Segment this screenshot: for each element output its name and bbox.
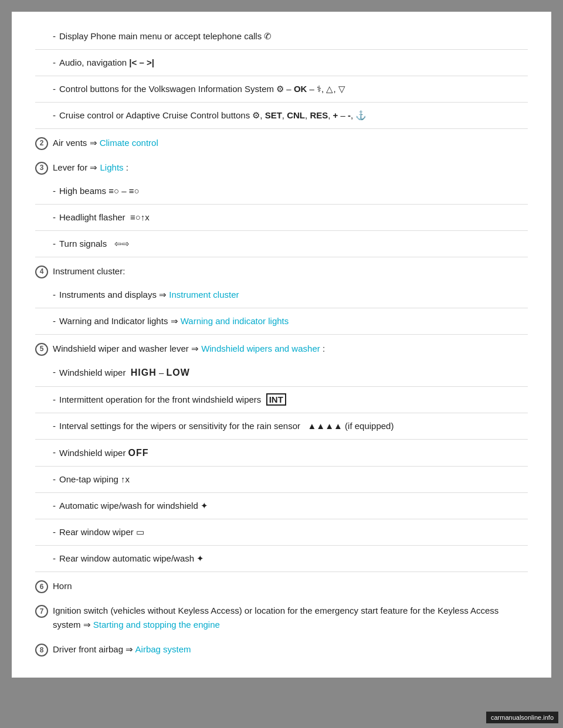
list-item: - One-tap wiping ↑x	[35, 467, 528, 493]
item-text: Windshield wiper OFF	[59, 445, 149, 461]
item-text: Audio, navigation |< – >|	[59, 56, 154, 70]
section-number: 4	[35, 266, 48, 278]
list-item: - Rear window wiper ▭	[35, 519, 528, 546]
item-text: Intermittent operation for the front win…	[59, 393, 286, 407]
section-ignition: 7 Ignition switch (vehicles without Keyl…	[35, 597, 528, 635]
list-item: - High beams ≡○ – ≡○	[35, 178, 528, 205]
list-item: - Intermittent operation for the front w…	[35, 387, 528, 413]
dash-symbol: -	[53, 29, 56, 43]
list-item: - Headlight flasher ≡○↑x	[35, 205, 528, 231]
watermark: carmanualsonline.info	[486, 712, 558, 723]
section-number: 2	[35, 137, 48, 150]
item-text: Rear window automatic wipe/wash ✦	[59, 552, 204, 566]
airbag-link[interactable]: Airbag system	[135, 644, 191, 654]
dash-symbol: -	[53, 472, 56, 487]
item-text: Cruise control or Adaptive Cruise Contro…	[59, 108, 367, 123]
item-text: Display Phone main menu or accept teleph…	[59, 29, 272, 43]
instrument-cluster-link[interactable]: Instrument cluster	[169, 290, 239, 300]
item-text: Interval settings for the wipers or sens…	[59, 419, 394, 433]
list-item: - Control buttons for the Volkswagen Inf…	[35, 76, 528, 103]
dash-symbol: -	[53, 108, 56, 123]
section-text: Driver front airbag ⇒ Airbag system	[53, 642, 191, 656]
section-airbag: 8 Driver front airbag ⇒ Airbag system	[35, 635, 528, 660]
item-text: One-tap wiping ↑x	[59, 472, 130, 487]
dash-symbol: -	[53, 210, 56, 224]
section-wipers: 5 Windshield wiper and washer lever ⇒ Wi…	[35, 335, 528, 359]
main-page: - Display Phone main menu or accept tele…	[12, 12, 551, 678]
list-item: - Automatic wipe/wash for windshield ✦	[35, 493, 528, 519]
list-item: - Audio, navigation |< – >|	[35, 50, 528, 76]
section-number: 8	[35, 644, 48, 656]
item-text: High beams ≡○ – ≡○	[59, 184, 140, 198]
section-text: Windshield wiper and washer lever ⇒ Wind…	[53, 342, 325, 356]
list-item: - Windshield wiper OFF	[35, 440, 528, 467]
dash-symbol: -	[53, 56, 56, 70]
dash-symbol: -	[53, 525, 56, 539]
list-item: - Warning and Indicator lights ⇒ Warning…	[35, 308, 528, 335]
section-instrument: 4 Instrument cluster:	[35, 257, 528, 282]
list-item: - Turn signals ⇦⇨	[35, 231, 528, 257]
wipers-link[interactable]: Windshield wipers and washer	[201, 343, 320, 353]
section-text: Air vents ⇒ Climate control	[53, 136, 158, 150]
list-item: - Cruise control or Adaptive Cruise Cont…	[35, 103, 528, 129]
item-text: Windshield wiper HIGH – LOW	[59, 365, 190, 380]
section-number: 3	[35, 162, 48, 175]
list-item: - Display Phone main menu or accept tele…	[35, 23, 528, 50]
dash-symbol: -	[53, 552, 56, 566]
dash-symbol: -	[53, 288, 56, 302]
dash-symbol: -	[53, 393, 56, 407]
section-number: 7	[35, 605, 48, 618]
section-lights: 3 Lever for ⇒ Lights :	[35, 154, 528, 178]
climate-control-link[interactable]: Climate control	[100, 138, 158, 148]
item-text: Control buttons for the Volkswagen Infor…	[59, 82, 345, 96]
dash-symbol: -	[53, 499, 56, 513]
dash-symbol: -	[53, 445, 56, 460]
warning-lights-link[interactable]: Warning and indicator lights	[181, 316, 289, 326]
section-text: Lever for ⇒ Lights :	[53, 161, 128, 175]
dash-symbol: -	[53, 82, 56, 96]
section-number: 5	[35, 343, 48, 356]
section-air-vents: 2 Air vents ⇒ Climate control	[35, 129, 528, 154]
dash-symbol: -	[53, 365, 56, 379]
item-text: Warning and Indicator lights ⇒ Warning a…	[59, 314, 289, 328]
list-item: - Rear window automatic wipe/wash ✦	[35, 546, 528, 572]
list-item: - Windshield wiper HIGH – LOW	[35, 359, 528, 387]
item-text: Automatic wipe/wash for windshield ✦	[59, 499, 208, 513]
list-item: - Interval settings for the wipers or se…	[35, 413, 528, 440]
dash-symbol: -	[53, 314, 56, 328]
section-horn: 6 Horn	[35, 572, 528, 597]
item-text: Headlight flasher ≡○↑x	[59, 210, 150, 224]
starting-link[interactable]: Starting and stopping the engine	[93, 620, 220, 630]
section-text: Ignition switch (vehicles without Keyles…	[53, 604, 528, 632]
item-text: Instruments and displays ⇒ Instrument cl…	[59, 288, 239, 302]
section-text: Horn	[53, 579, 72, 593]
item-text: Rear window wiper ▭	[59, 525, 144, 539]
section-number: 6	[35, 580, 48, 593]
list-item: - Instruments and displays ⇒ Instrument …	[35, 282, 528, 308]
lights-link[interactable]: Lights	[100, 162, 124, 172]
dash-symbol: -	[53, 184, 56, 198]
section-text: Instrument cluster:	[53, 264, 125, 278]
dash-symbol: -	[53, 237, 56, 251]
dash-symbol: -	[53, 419, 56, 433]
item-text: Turn signals ⇦⇨	[59, 237, 130, 251]
